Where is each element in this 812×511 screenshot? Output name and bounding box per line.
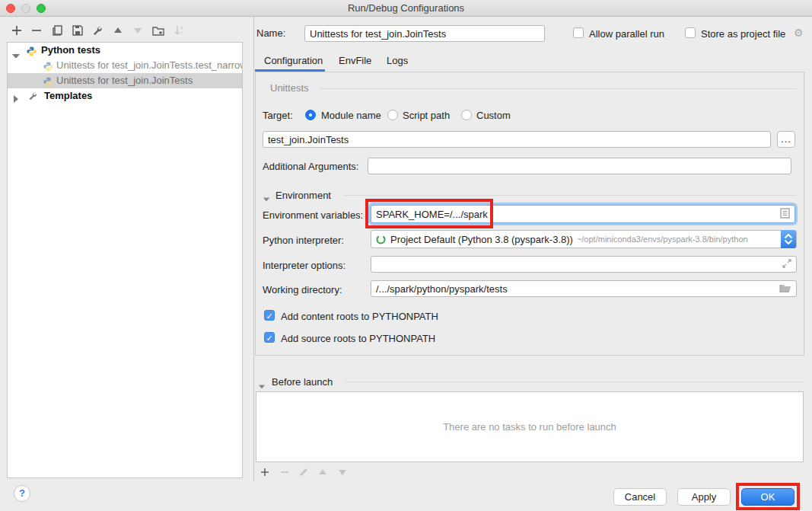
name-input[interactable]: Unittests for test_join.JoinTests [304,25,545,42]
radio-module-name-label: Module name [321,110,381,121]
python-interpreter-combobox[interactable]: Project Default (Python 3.8 (pyspark-3.8… [371,230,797,248]
move-task-up-icon [317,467,328,477]
tab-configuration[interactable]: Configuration [264,55,323,66]
remove-configuration-icon[interactable] [30,24,43,37]
radio-script-path-label: Script path [403,110,450,121]
python-icon [27,46,37,58]
environment-variables-label: Environment variables: [263,209,363,221]
copy-configuration-icon[interactable] [52,24,64,37]
remove-task-icon [279,467,290,477]
tree-item-jointests-selected[interactable]: Unittests for test_join.JoinTests [8,73,242,88]
close-window-button[interactable] [6,4,15,13]
tree-item-python-tests[interactable]: Python tests [8,43,242,58]
add-configuration-icon[interactable] [11,24,23,37]
python-interpreter-label: Python interpreter: [263,235,344,246]
templates-wrench-icon [27,91,38,104]
combobox-stepper-icon[interactable] [781,230,796,248]
no-tasks-message: There are no tasks to run before launch [443,421,616,433]
tab-envfile[interactable]: EnvFile [339,55,371,66]
cancel-button[interactable]: Cancel [613,488,667,506]
module-name-input[interactable]: test_join.JoinTests [263,131,771,148]
tree-item-label: Unittests for test_join.JoinTests [56,73,193,88]
window-title: Run/Debug Configurations [348,2,464,14]
allow-parallel-run-checkbox[interactable] [573,27,584,38]
highlight-box-ok-button [736,483,800,510]
minimize-window-button [21,4,30,13]
expand-triangle-icon[interactable] [12,48,20,58]
add-task-icon[interactable] [260,467,270,477]
browse-button-label: ... [781,136,791,143]
allow-parallel-run-label: Allow parallel run [589,28,664,40]
python-test-config-icon [43,61,53,73]
add-source-roots-label: Add source roots to PYTHONPATH [281,333,435,344]
apply-button[interactable]: Apply [677,488,731,506]
checkmark-icon: ✓ [266,311,272,321]
store-as-project-file-checkbox[interactable] [685,27,696,38]
configurations-tree: Python tests Unittests for test_join.Joi… [7,42,243,478]
tree-item-label: Templates [44,88,92,104]
save-configuration-icon[interactable] [72,24,84,37]
environment-collapse-triangle-icon[interactable] [263,193,270,204]
working-directory-value: /.../spark/python/pyspark/tests [376,283,508,295]
zoom-window-button[interactable] [37,4,46,13]
svg-text:a: a [180,25,183,30]
module-name-value: test_join.JoinTests [268,134,349,145]
edit-task-pencil-icon [298,467,309,477]
section-divider [345,382,804,382]
tree-item-label: Python tests [41,43,100,58]
tree-item-test-narrow[interactable]: Unittests for test_join.JoinTests.test_n… [8,58,242,73]
apply-button-label: Apply [692,491,717,503]
move-down-icon [132,24,144,37]
before-launch-section-label: Before launch [272,376,333,388]
environment-section-label: Environment [275,190,331,201]
browse-button[interactable]: ... [777,131,795,148]
svg-text:z: z [180,30,183,35]
section-divider [344,195,797,196]
group-divider [320,88,797,89]
conda-env-icon [376,235,386,244]
working-directory-label: Working directory: [263,284,342,295]
move-up-icon[interactable] [112,24,124,37]
python-test-config-icon [43,76,53,88]
python-interpreter-path: ~/opt/miniconda3/envs/pyspark-3.8/bin/py… [577,235,748,244]
add-content-roots-label: Add content roots to PYTHONPATH [281,311,438,322]
panel-splitter[interactable] [253,17,254,481]
before-launch-collapse-triangle-icon[interactable] [258,380,266,391]
additional-arguments-label: Additional Arguments: [263,161,358,172]
help-button[interactable]: ? [14,485,30,502]
collapse-triangle-icon[interactable] [14,92,18,104]
name-value: Unittests for test_join.JoinTests [310,28,446,40]
expand-field-icon[interactable] [782,259,791,270]
folder-browse-icon[interactable] [779,283,791,295]
add-source-roots-checkbox[interactable]: ✓ [264,332,275,343]
gear-icon[interactable]: ⚙ [794,27,804,39]
target-label: Target: [263,110,293,121]
interpreter-options-input[interactable] [371,256,797,273]
tab-logs[interactable]: Logs [387,55,408,66]
edit-templates-wrench-icon[interactable] [91,24,103,37]
tree-item-templates[interactable]: Templates [8,88,242,104]
radio-custom-label: Custom [476,110,511,121]
working-directory-input[interactable]: /.../spark/python/pyspark/tests [371,280,797,297]
title-bar: Run/Debug Configurations [0,0,812,17]
help-button-label: ? [19,487,25,499]
interpreter-options-label: Interpreter options: [263,260,345,271]
move-task-down-icon [337,467,348,477]
additional-arguments-input[interactable] [368,158,791,174]
store-as-project-file-label: Store as project file [701,28,785,40]
cancel-button-label: Cancel [625,491,655,503]
radio-script-path[interactable] [387,110,398,120]
radio-module-name[interactable] [305,110,316,120]
radio-custom[interactable] [461,110,472,120]
create-folder-icon[interactable] [152,24,164,37]
highlight-box-env-vars [365,199,493,228]
sort-alphabetically-icon: az [174,24,186,37]
env-vars-browse-icon[interactable] [780,208,790,221]
add-content-roots-checkbox[interactable]: ✓ [264,310,275,321]
unittests-group-label: Unittests [270,82,309,94]
name-label: Name: [256,27,285,39]
python-interpreter-value: Project Default (Python 3.8 (pyspark-3.8… [390,234,573,245]
before-launch-task-list: There are no tasks to run before launch [256,391,804,462]
checkmark-icon: ✓ [266,334,272,343]
tree-item-label: Unittests for test_join.JoinTests.test_n… [56,58,242,73]
